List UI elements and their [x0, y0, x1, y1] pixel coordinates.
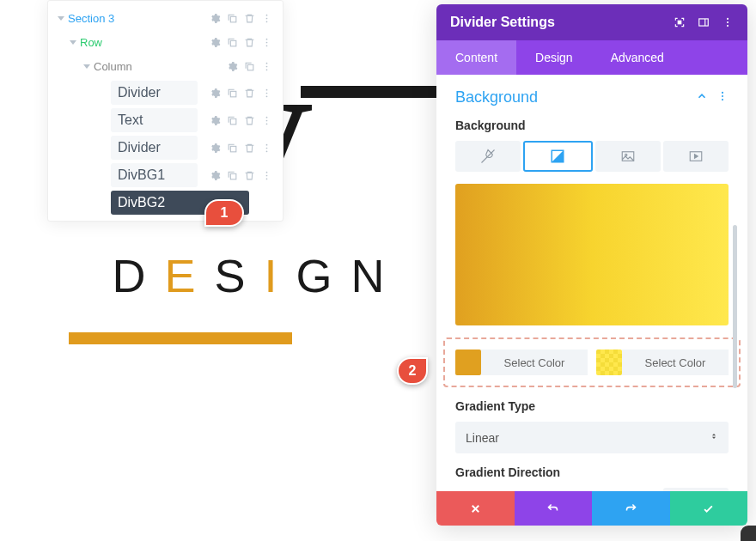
svg-rect-20 [230, 146, 236, 152]
duplicate-icon[interactable] [225, 141, 239, 155]
cancel-button[interactable] [436, 491, 515, 526]
svg-rect-29 [699, 19, 709, 26]
color-swatch-2[interactable] [596, 350, 622, 375]
wireframe-module-text[interactable]: Text [52, 106, 278, 134]
svg-point-5 [265, 38, 267, 40]
duplicate-icon[interactable] [225, 86, 239, 100]
svg-point-23 [265, 150, 267, 152]
svg-point-6 [265, 41, 267, 43]
select-color-2-button[interactable]: Select Color [622, 350, 729, 375]
corner-handle[interactable] [741, 526, 756, 541]
svg-rect-0 [230, 16, 236, 21]
callout-marker-1: 1 [204, 199, 244, 227]
duplicate-icon[interactable] [242, 59, 256, 73]
trash-icon[interactable] [242, 168, 256, 182]
wireframe-module-divbg1[interactable]: DivBG1 [52, 161, 278, 189]
gradient-direction-value[interactable]: 90deg [663, 488, 729, 491]
wireframe-module-divider[interactable]: Divider [52, 79, 278, 106]
gear-icon[interactable] [208, 86, 222, 100]
dots-vertical-icon[interactable] [716, 90, 729, 106]
module-label: Text [111, 108, 198, 132]
module-label: Divider [111, 81, 198, 105]
wireframe-module-divbg2[interactable]: DivBG2 [52, 189, 278, 216]
tab-design[interactable]: Design [516, 40, 592, 75]
dots-vertical-icon[interactable] [259, 168, 273, 182]
bg-type-color[interactable] [455, 141, 521, 172]
dots-vertical-icon[interactable] [722, 16, 734, 28]
settings-header: Divider Settings [436, 4, 747, 40]
dots-vertical-icon[interactable] [259, 113, 273, 127]
svg-rect-4 [230, 40, 236, 46]
panel-icon[interactable] [698, 16, 710, 28]
chevron-up-icon[interactable] [696, 90, 708, 106]
dots-vertical-icon[interactable] [259, 86, 273, 100]
gear-icon[interactable] [259, 196, 273, 210]
gradient-type-value: Linear [466, 431, 499, 445]
svg-point-13 [265, 88, 267, 90]
duplicate-icon[interactable] [225, 113, 239, 127]
gear-icon[interactable] [208, 11, 222, 25]
settings-footer [436, 491, 747, 526]
dots-vertical-icon[interactable] [259, 35, 273, 49]
gear-icon[interactable] [225, 59, 239, 73]
color-swatch-1[interactable] [455, 350, 481, 375]
gradient-type-label: Gradient Type [455, 399, 729, 413]
tab-advanced[interactable]: Advanced [592, 40, 683, 75]
divider-settings-modal: Divider Settings Content Design Advanced… [436, 4, 747, 526]
wireframe-module-divider-2[interactable]: Divider [52, 134, 278, 161]
module-label: DivBG1 [111, 163, 198, 187]
svg-point-17 [265, 116, 267, 118]
wireframe-row[interactable]: Row [52, 31, 278, 53]
color-selectors-row: Select Color Select Color [443, 337, 741, 387]
callout-marker-2: 2 [397, 357, 428, 385]
dots-vertical-icon[interactable] [259, 141, 273, 155]
dots-vertical-icon[interactable] [259, 59, 273, 73]
bg-type-gradient[interactable] [523, 141, 592, 172]
wireframe-column[interactable]: Column [52, 55, 278, 77]
svg-line-37 [482, 150, 495, 163]
scan-icon[interactable] [674, 16, 686, 28]
tab-content[interactable]: Content [436, 40, 516, 75]
section-heading-background[interactable]: Background [455, 88, 538, 106]
duplicate-icon[interactable] [225, 35, 239, 49]
scrollbar[interactable] [733, 225, 737, 388]
trash-icon[interactable] [242, 35, 256, 49]
background-type-tabs [455, 141, 729, 172]
svg-point-19 [265, 123, 267, 125]
gear-icon[interactable] [208, 35, 222, 49]
wireframe-section[interactable]: Section 3 [52, 7, 278, 29]
svg-point-32 [727, 21, 729, 23]
trash-icon[interactable] [242, 141, 256, 155]
svg-point-2 [265, 17, 267, 19]
module-label: Divider [111, 136, 198, 160]
svg-point-1 [265, 14, 267, 15]
dots-vertical-icon[interactable] [259, 11, 273, 25]
gradient-type-dropdown[interactable]: Linear [455, 422, 729, 453]
trash-icon[interactable] [242, 86, 256, 100]
duplicate-icon[interactable] [225, 168, 239, 182]
design-text: DESIGN [69, 249, 447, 302]
save-button[interactable] [670, 491, 748, 526]
select-arrows-icon [710, 430, 718, 445]
gear-icon[interactable] [208, 113, 222, 127]
svg-rect-8 [247, 64, 253, 70]
bg-type-video[interactable] [663, 141, 729, 172]
svg-rect-16 [230, 119, 236, 125]
svg-point-18 [265, 119, 267, 121]
svg-point-36 [722, 99, 723, 100]
trash-icon[interactable] [242, 11, 256, 25]
select-color-1-button[interactable]: Select Color [481, 350, 588, 375]
duplicate-icon[interactable] [225, 11, 239, 25]
svg-point-11 [265, 69, 267, 70]
redo-button[interactable] [592, 491, 670, 526]
undo-button[interactable] [515, 491, 593, 526]
caret-down-icon [58, 16, 64, 21]
column-label: Column [94, 60, 132, 73]
svg-point-21 [265, 143, 267, 145]
svg-point-31 [727, 18, 729, 20]
section-actions [208, 11, 273, 25]
gear-icon[interactable] [208, 141, 222, 155]
gear-icon[interactable] [208, 168, 222, 182]
trash-icon[interactable] [242, 113, 256, 127]
bg-type-image[interactable] [595, 141, 661, 172]
